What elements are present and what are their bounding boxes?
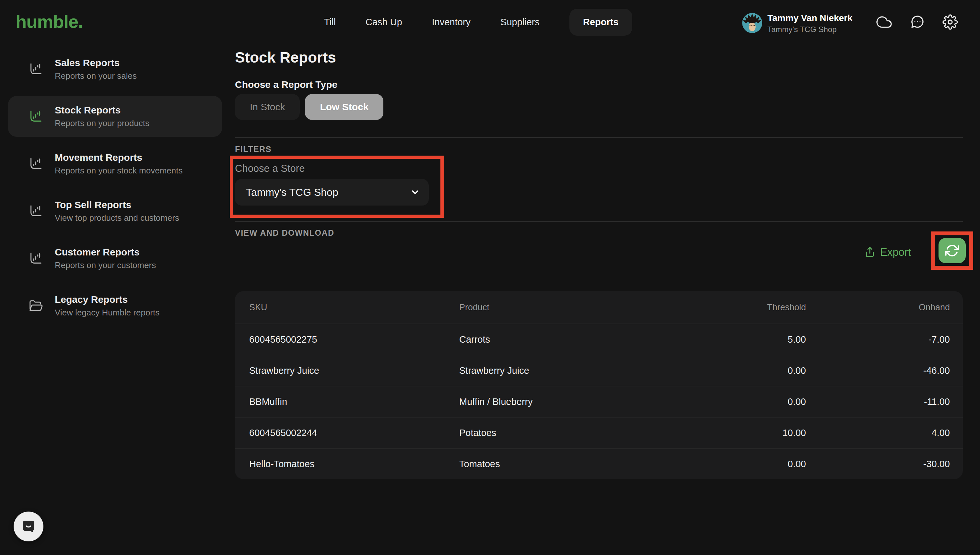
sidebar-item-label: Stock Reports xyxy=(55,105,149,116)
bar-chart-icon xyxy=(28,251,43,266)
sidebar-item-sales-reports[interactable]: Sales Reports Reports on your sales xyxy=(8,49,222,90)
cell-product: Carrots xyxy=(459,334,644,345)
cell-sku: 6004565002244 xyxy=(249,428,459,438)
divider xyxy=(235,221,963,222)
refresh-button[interactable] xyxy=(938,238,966,263)
nav-item-reports[interactable]: Reports xyxy=(569,9,632,36)
table-header-row: SKU Product Threshold Onhand xyxy=(235,291,963,324)
low-stock-button[interactable]: Low Stock xyxy=(305,94,383,120)
user-avatar[interactable] xyxy=(742,13,762,33)
user-info[interactable]: Tammy Van Niekerk Tammy's TCG Shop xyxy=(767,13,853,34)
user-name: Tammy Van Niekerk xyxy=(767,13,853,23)
sidebar-item-label: Sales Reports xyxy=(55,58,137,68)
export-label: Export xyxy=(880,246,911,258)
column-header-threshold: Threshold xyxy=(644,302,806,313)
view-download-section-label: VIEW AND DOWNLOAD xyxy=(235,228,335,237)
cell-threshold: 10.00 xyxy=(644,428,806,438)
bar-chart-icon xyxy=(28,204,43,218)
page-title: Stock Reports xyxy=(235,49,336,66)
sidebar-item-label: Top Sell Reports xyxy=(55,199,179,210)
nav-item-suppliers[interactable]: Suppliers xyxy=(500,17,540,27)
table-row[interactable]: 6004565002275 Carrots 5.00 -7.00 xyxy=(235,324,963,354)
cell-onhand: -46.00 xyxy=(806,365,950,376)
cell-threshold: 5.00 xyxy=(644,334,806,345)
table-row[interactable]: BBMuffin Muffin / Blueberry 0.00 -11.00 xyxy=(235,386,963,417)
chevron-down-icon xyxy=(410,187,420,197)
cloud-icon[interactable] xyxy=(876,14,892,30)
bar-chart-icon xyxy=(28,62,43,77)
cell-onhand: 4.00 xyxy=(806,428,950,438)
sidebar-item-description: View top products and customers xyxy=(55,213,179,223)
table-row[interactable]: Hello-Tomatoes Tomatoes 0.00 -30.00 xyxy=(235,448,963,479)
column-header-product: Product xyxy=(459,302,644,313)
table-row[interactable]: 6004565002244 Potatoes 10.00 4.00 xyxy=(235,417,963,448)
sidebar-item-customer-reports[interactable]: Customer Reports Reports on your custome… xyxy=(8,238,222,279)
cell-sku: 6004565002275 xyxy=(249,334,459,345)
cell-product: Tomatoes xyxy=(459,459,644,469)
sidebar-item-movement-reports[interactable]: Movement Reports Reports on your stock m… xyxy=(8,143,222,184)
gear-icon[interactable] xyxy=(942,14,958,30)
cell-sku: BBMuffin xyxy=(249,396,459,407)
sidebar-item-label: Movement Reports xyxy=(55,152,183,163)
column-header-onhand: Onhand xyxy=(806,302,950,313)
reports-sidebar: Sales Reports Reports on your sales Stoc… xyxy=(8,49,222,326)
cell-threshold: 0.00 xyxy=(644,365,806,376)
cell-threshold: 0.00 xyxy=(644,396,806,407)
store-select-label: Choose a Store xyxy=(235,163,304,175)
chat-bubble-icon xyxy=(20,518,37,535)
report-type-label: Choose a Report Type xyxy=(235,79,337,90)
low-stock-table: SKU Product Threshold Onhand 60045650022… xyxy=(235,291,963,479)
cell-sku: Strawberry Juice xyxy=(249,365,459,376)
sidebar-item-description: Reports on your products xyxy=(55,118,149,128)
divider xyxy=(235,137,963,138)
sidebar-item-label: Legacy Reports xyxy=(55,294,159,305)
sidebar-item-description: Reports on your stock movements xyxy=(55,166,183,176)
user-store: Tammy's TCG Shop xyxy=(767,25,853,34)
export-button[interactable]: Export xyxy=(864,242,911,262)
nav-item-cash-up[interactable]: Cash Up xyxy=(365,17,402,27)
nav-item-till[interactable]: Till xyxy=(324,17,336,27)
in-stock-button[interactable]: In Stock xyxy=(235,94,300,120)
cell-product: Strawberry Juice xyxy=(459,365,644,376)
chat-widget-button[interactable] xyxy=(14,512,43,541)
table-row[interactable]: Strawberry Juice Strawberry Juice 0.00 -… xyxy=(235,354,963,386)
cell-onhand: -11.00 xyxy=(806,396,950,407)
export-icon xyxy=(864,246,876,258)
nav-item-inventory[interactable]: Inventory xyxy=(432,17,471,27)
cell-product: Potatoes xyxy=(459,428,644,438)
cell-sku: Hello-Tomatoes xyxy=(249,459,459,469)
top-navigation: Till Cash Up Inventory Suppliers Reports xyxy=(324,0,632,44)
sidebar-item-top-sell-reports[interactable]: Top Sell Reports View top products and c… xyxy=(8,191,222,231)
cell-onhand: -30.00 xyxy=(806,459,950,469)
cell-threshold: 0.00 xyxy=(644,459,806,469)
cell-onhand: -7.00 xyxy=(806,334,950,345)
store-select-value: Tammy's TCG Shop xyxy=(246,186,338,198)
sidebar-item-description: Reports on your sales xyxy=(55,71,137,81)
sidebar-item-description: Reports on your customers xyxy=(55,260,156,270)
humble-logo: humble. xyxy=(16,11,83,32)
report-type-toggle: In Stock Low Stock xyxy=(235,94,383,120)
sidebar-item-legacy-reports[interactable]: Legacy Reports View legacy Humble report… xyxy=(8,285,222,326)
store-select[interactable]: Tammy's TCG Shop xyxy=(235,179,429,205)
folder-icon xyxy=(28,298,43,313)
column-header-sku: SKU xyxy=(249,302,459,313)
refresh-icon xyxy=(945,244,959,257)
sidebar-item-stock-reports[interactable]: Stock Reports Reports on your products xyxy=(8,96,222,137)
bar-chart-icon xyxy=(28,156,43,171)
main-content: Stock Reports Choose a Report Type In St… xyxy=(235,49,963,535)
chat-icon[interactable] xyxy=(910,14,925,30)
sidebar-item-label: Customer Reports xyxy=(55,247,156,258)
sidebar-item-description: View legacy Humble reports xyxy=(55,308,159,318)
filters-section-label: FILTERS xyxy=(235,144,272,154)
top-bar: humble. Till Cash Up Inventory Suppliers… xyxy=(0,0,980,44)
bar-chart-icon xyxy=(28,109,43,124)
cell-product: Muffin / Blueberry xyxy=(459,396,644,407)
refresh-annotation-box xyxy=(931,231,973,270)
